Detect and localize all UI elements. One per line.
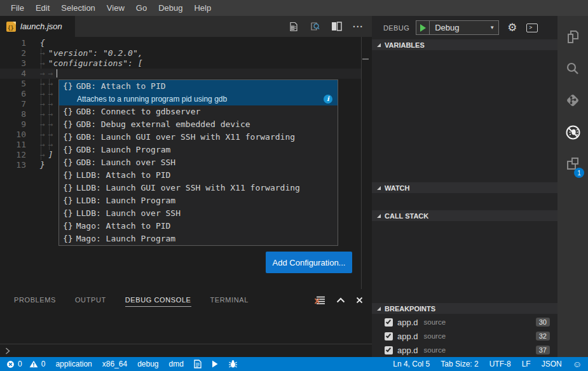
problems-status[interactable]: 0 0 xyxy=(6,360,45,368)
overview-ruler[interactable] xyxy=(361,37,362,289)
section-expand-icon xyxy=(377,214,381,218)
panel-actions xyxy=(315,295,372,305)
start-debug-button[interactable] xyxy=(416,21,430,34)
launch-configuration-select[interactable]: Debug ▼ xyxy=(416,20,499,35)
extensions-icon[interactable]: 1 xyxy=(557,148,588,180)
maximize-panel-icon[interactable] xyxy=(336,297,345,303)
snippet-braces-icon: {} xyxy=(63,144,73,156)
section-header-variables[interactable]: VARIABLES xyxy=(372,39,557,50)
suggest-item[interactable]: {}Mago: Launch Program xyxy=(59,233,338,245)
coverage-document-icon[interactable] xyxy=(194,360,202,368)
section-expand-icon xyxy=(377,43,381,47)
suggest-item-selected[interactable]: {} GDB: Attach to PID xyxy=(59,80,338,93)
debug-icon[interactable] xyxy=(557,116,588,148)
status-bar: 0 0 application x86_64 debug dmd xyxy=(0,357,588,371)
status-arch[interactable]: x86_64 xyxy=(102,360,127,368)
section-header-call-stack[interactable]: CALL STACK xyxy=(372,210,557,221)
cursor-position[interactable]: Ln 4, Col 5 xyxy=(393,360,430,368)
code-line: →→ xyxy=(40,109,57,119)
snippet-braces-icon: {} xyxy=(63,105,73,118)
info-icon[interactable]: i xyxy=(324,95,332,104)
status-application[interactable]: application xyxy=(55,360,92,368)
line-number: 9 xyxy=(0,119,26,130)
more-actions-icon[interactable]: ··· xyxy=(352,20,364,32)
menu-go[interactable]: Go xyxy=(130,0,153,16)
source-control-icon[interactable] xyxy=(557,84,588,116)
editor-toolbar: ··· xyxy=(287,16,372,37)
suggest-item[interactable]: {}Mago: Attach to PID xyxy=(59,220,338,233)
suggest-item[interactable]: {}GDB: Launch GUI over SSH with X11 forw… xyxy=(59,131,338,144)
snippet-braces-icon: {} xyxy=(63,233,73,245)
breakpoint-line-badge: 37 xyxy=(536,346,550,354)
tab-debug-console[interactable]: DEBUG CONSOLE xyxy=(125,293,191,307)
overview-ruler-marker xyxy=(362,58,369,60)
search-icon[interactable] xyxy=(557,53,588,84)
breakpoint-file: app.d xyxy=(397,346,418,355)
panel-tab-bar: PROBLEMS OUTPUT DEBUG CONSOLE TERMINAL xyxy=(0,289,372,311)
menu-help[interactable]: Help xyxy=(188,0,217,16)
suggest-item[interactable]: {}LLDB: Attach to PID xyxy=(59,169,338,182)
suggest-item[interactable]: {}LLDB: Launch Program xyxy=(59,194,338,207)
menu-selection[interactable]: Selection xyxy=(55,0,100,16)
feedback-smiley-icon[interactable]: ☺ xyxy=(573,359,582,369)
tab-problems[interactable]: PROBLEMS xyxy=(14,293,56,306)
menu-view[interactable]: View xyxy=(101,0,130,16)
tab-output[interactable]: OUTPUT xyxy=(75,293,106,306)
line-number: 3 xyxy=(0,58,26,69)
configuration-value: Debug xyxy=(430,23,459,32)
debug-toolbar: DEBUG Debug ▼ ⚙ > xyxy=(372,16,557,39)
breakpoint-row[interactable]: app.d source 32 xyxy=(372,329,557,343)
search-preview-icon[interactable] xyxy=(309,20,321,32)
explorer-icon[interactable] xyxy=(557,21,588,53)
sidebar-title: DEBUG xyxy=(383,24,409,32)
language-mode[interactable]: JSON xyxy=(542,360,562,368)
open-preview-icon[interactable] xyxy=(287,20,299,32)
breakpoint-checkbox[interactable] xyxy=(385,318,393,327)
menu-file[interactable]: File xyxy=(5,0,30,16)
code-editor[interactable]: 1{ 2→"version": "0.2.0", 3→"configuratio… xyxy=(0,37,372,289)
suggest-item[interactable]: {}GDB: Debug external embedded device xyxy=(59,118,338,131)
breakpoint-row[interactable]: app.d source 37 xyxy=(372,343,557,357)
suggest-item[interactable]: {}LLDB: Launch over SSH xyxy=(59,207,338,220)
breakpoint-checkbox[interactable] xyxy=(385,332,393,341)
line-number: 6 xyxy=(0,89,26,99)
encoding[interactable]: UTF-8 xyxy=(489,360,511,368)
debug-console-input[interactable] xyxy=(0,344,372,357)
status-build-type[interactable]: debug xyxy=(137,360,158,368)
breakpoint-row[interactable]: app.d source 30 xyxy=(372,315,557,329)
gear-icon[interactable]: ⚙ xyxy=(507,22,517,33)
line-number: 2 xyxy=(0,48,26,58)
menu-debug[interactable]: Debug xyxy=(153,0,188,16)
split-editor-icon[interactable] xyxy=(331,20,343,32)
add-configuration-button[interactable]: Add Configuration... xyxy=(266,252,352,273)
section-header-breakpoints[interactable]: BREAKPOINTS xyxy=(372,303,557,314)
chevron-down-icon: ▼ xyxy=(489,25,498,30)
section-header-watch[interactable]: WATCH xyxy=(372,182,557,193)
bug-icon[interactable] xyxy=(228,360,238,368)
suggest-item[interactable]: {}GDB: Connect to gdbserver xyxy=(59,105,338,118)
bottom-panel: PROBLEMS OUTPUT DEBUG CONSOLE TERMINAL xyxy=(0,289,372,357)
tab-size[interactable]: Tab Size: 2 xyxy=(441,360,478,368)
breakpoint-checkbox[interactable] xyxy=(385,346,393,354)
run-icon[interactable] xyxy=(212,360,218,368)
console-prompt-icon xyxy=(5,347,10,354)
tab-terminal[interactable]: TERMINAL xyxy=(210,293,249,306)
close-panel-icon[interactable] xyxy=(356,297,363,304)
clear-console-icon[interactable] xyxy=(315,295,325,305)
line-number: 5 xyxy=(0,79,26,89)
suggest-item[interactable]: {}GDB: Launch Program xyxy=(59,144,338,156)
call-stack-body xyxy=(372,221,557,303)
suggest-item[interactable]: {}GDB: Launch over SSH xyxy=(59,156,338,169)
snippet-braces-icon: {} xyxy=(63,194,73,207)
tab-title: launch.json xyxy=(20,22,62,31)
breakpoints-body: app.d source 30 app.d source 32 app.d so… xyxy=(372,314,557,357)
status-compiler[interactable]: dmd xyxy=(169,360,184,368)
section-expand-icon xyxy=(377,186,381,190)
eol-sequence[interactable]: LF xyxy=(522,360,531,368)
code-line: →→ xyxy=(40,89,57,99)
snippet-braces-icon: {} xyxy=(63,207,73,220)
open-console-icon[interactable]: > xyxy=(526,24,538,32)
menu-edit[interactable]: Edit xyxy=(30,0,55,16)
tab-launch-json[interactable]: {} launch.json xyxy=(0,16,75,37)
suggest-item[interactable]: {}LLDB: Launch GUI over SSH with X11 for… xyxy=(59,182,338,194)
